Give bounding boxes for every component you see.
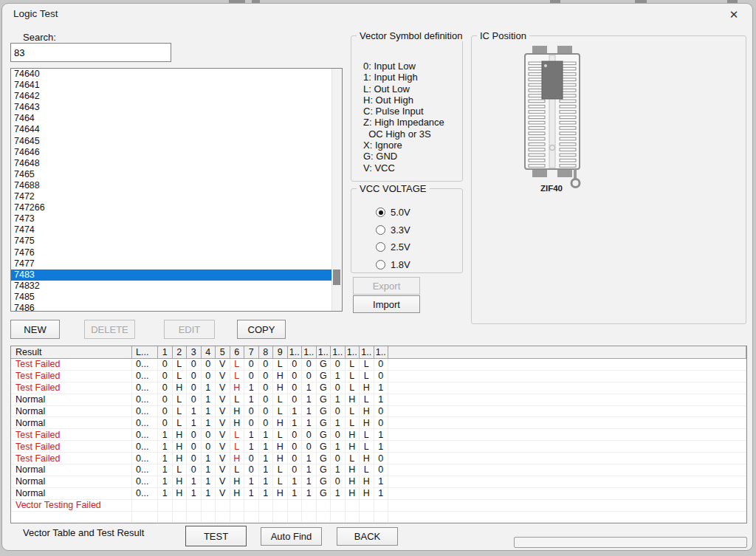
radio-label: 1.8V — [391, 259, 410, 270]
table-cell — [388, 346, 746, 359]
table-cell: 0 — [158, 406, 173, 418]
scrollbar-thumb[interactable] — [333, 270, 340, 285]
ic-list-item[interactable]: 74646 — [11, 147, 342, 158]
table-cell: 1 — [158, 346, 173, 359]
new-button[interactable]: NEW — [10, 320, 60, 339]
radio-icon[interactable] — [376, 225, 385, 235]
table-row[interactable]: Test Failed0...1H00VL11H00G1HL1 — [11, 441, 746, 453]
table-cell: G — [317, 359, 331, 371]
table-cell: 0... — [132, 371, 158, 382]
table-cell: L — [230, 371, 245, 382]
vcc-radio-5.0v[interactable]: 5.0V — [376, 207, 410, 218]
table-cell: 0... — [132, 359, 158, 371]
ic-list-item[interactable]: 7472 — [11, 191, 342, 202]
ic-list-item[interactable]: 7475 — [11, 236, 342, 247]
vcc-radio-1.8v[interactable]: 1.8V — [376, 259, 410, 270]
table-row[interactable]: Test Failed0...1H00VL11L00G0HL1 — [11, 429, 746, 441]
ic-list-scrollbar[interactable] — [331, 69, 342, 311]
ic-list-item[interactable]: 7465 — [11, 169, 342, 180]
radio-icon[interactable] — [376, 242, 385, 252]
table-cell: L — [173, 464, 188, 476]
ic-list-item[interactable]: 74642 — [11, 91, 342, 102]
radio-icon[interactable] — [376, 260, 385, 270]
table-row[interactable]: Normal0...0L01VL10L01G1HL1 — [11, 394, 746, 406]
table-row[interactable]: Test Failed0...0H01VH10H01G0LH1 — [11, 382, 746, 394]
ic-list-item[interactable]: 7473 — [11, 213, 342, 224]
table-cell: V — [216, 453, 230, 464]
table-cell: H — [273, 417, 288, 429]
table-cell — [216, 500, 230, 512]
table-cell: G — [317, 382, 331, 394]
ic-list-item[interactable]: 7483 — [11, 270, 342, 281]
table-cell: 1 — [288, 476, 303, 488]
ic-list-item[interactable]: 7486 — [11, 303, 342, 312]
table-cell: G — [317, 476, 331, 488]
ic-list-item[interactable]: 74644 — [11, 124, 342, 135]
table-cell: L — [230, 464, 245, 476]
search-label: Search: — [23, 32, 56, 43]
ic-position-groupbox: IC Position ZIF40 — [471, 35, 746, 324]
table-row[interactable]: Normal0...0L11VH00L11G0LH0 — [11, 406, 746, 418]
ic-list-item[interactable]: 74641 — [11, 80, 342, 91]
back-button[interactable]: BACK — [337, 527, 398, 546]
ic-list-item[interactable]: 74645 — [11, 136, 342, 147]
table-cell: 9 — [273, 346, 288, 359]
table-cell: 0... — [132, 453, 158, 464]
ic-list-item[interactable]: 74648 — [11, 158, 342, 169]
table-cell — [388, 512, 746, 524]
table-cell: Vector Testing Failed — [11, 500, 132, 512]
table-header-row: ResultL...1234567891..1..1..1..1..1..1.. — [11, 346, 746, 359]
logic-test-dialog: Logic Test ✕ Search: 7464074641746427464… — [1, 3, 753, 551]
copy-button[interactable]: COPY — [237, 320, 286, 339]
ic-list-item[interactable]: 74640 — [11, 69, 342, 80]
table-cell: 1.. — [317, 346, 331, 359]
ic-list-item[interactable]: 747266 — [11, 202, 342, 213]
table-cell: 0 — [158, 394, 173, 406]
table-cell — [388, 406, 746, 418]
table-cell — [388, 371, 746, 382]
ic-list-item[interactable]: 74643 — [11, 102, 342, 113]
table-cell: G — [317, 488, 331, 500]
table-cell: 1 — [288, 488, 303, 500]
close-icon[interactable]: ✕ — [726, 7, 742, 23]
radio-icon[interactable] — [376, 207, 385, 217]
ic-list[interactable]: 7464074641746427464374647464474645746467… — [10, 68, 343, 312]
table-cell: 0 — [187, 394, 202, 406]
table-cell: L — [173, 359, 188, 371]
table-cell — [388, 429, 746, 441]
table-row[interactable]: Normal0...0L11VH00H11G1LH0 — [11, 417, 746, 429]
table-row[interactable]: Normal0...1H11VH11H11G1HH1 — [11, 488, 746, 500]
table-row[interactable]: Test Failed0...1H01VH01H01G0LH0 — [11, 453, 746, 464]
auto-find-button[interactable]: Auto Find — [261, 527, 322, 546]
table-cell: H — [173, 429, 188, 441]
table-cell — [216, 512, 230, 524]
ic-list-item[interactable]: 7464 — [11, 113, 342, 124]
table-row[interactable]: Test Failed0...0L00VL00H00G1LL0 — [11, 371, 746, 382]
ic-list-item[interactable]: 7474 — [11, 224, 342, 236]
table-cell: Normal — [11, 394, 132, 406]
table-cell: 0 — [244, 371, 259, 382]
table-cell: 1 — [302, 394, 317, 406]
table-row[interactable]: Test Failed0...0L00VL00L00G0LL0 — [11, 359, 746, 371]
table-row[interactable]: Normal0...1L01VL01L01G1HL0 — [11, 464, 746, 476]
ic-list-item[interactable]: 7477 — [11, 258, 342, 270]
table-cell: L — [273, 429, 288, 441]
vcc-radio-2.5v[interactable]: 2.5V — [376, 241, 410, 253]
table-cell: 0 — [288, 371, 303, 382]
ic-list-item[interactable]: 74832 — [11, 281, 342, 292]
table-cell: 1 — [202, 464, 216, 476]
search-input[interactable] — [10, 43, 171, 62]
table-cell: 1 — [158, 488, 173, 500]
table-cell: 1 — [302, 417, 317, 429]
ic-list-item[interactable]: 7485 — [11, 292, 342, 303]
table-cell: 0 — [244, 453, 259, 464]
ic-list-item[interactable]: 74688 — [11, 180, 342, 191]
table-cell: 0... — [132, 464, 158, 476]
test-button[interactable]: TEST — [185, 526, 247, 546]
table-row[interactable]: Normal0...1H11VH11L11G0HH1 — [11, 476, 746, 488]
vcc-radio-3.3v[interactable]: 3.3V — [376, 224, 410, 236]
ic-list-item[interactable]: 7476 — [11, 247, 342, 258]
table-cell: 1 — [259, 453, 274, 464]
table-cell: 1 — [202, 382, 216, 394]
import-button[interactable]: Import — [353, 295, 420, 313]
